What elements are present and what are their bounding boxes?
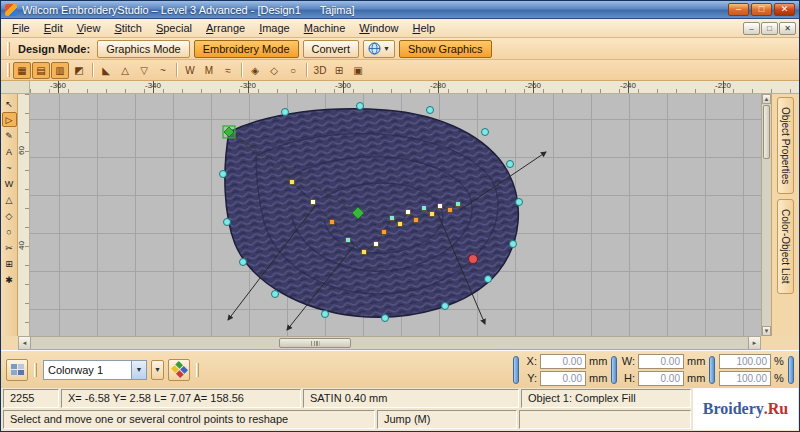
close-button[interactable]: ✕ [774,3,795,16]
height-scale-field[interactable]: 100.00 [719,371,771,386]
diamond-shape-icon[interactable]: ◇ [265,62,283,79]
hoop-toggle-icon[interactable]: ▣ [349,62,367,79]
edge-control-node[interactable] [507,161,514,168]
convert-button[interactable]: Convert [303,40,360,58]
toolbar-grip[interactable] [7,42,10,56]
reshape-node[interactable] [448,208,453,213]
view-3d-icon[interactable]: 3D [311,62,329,79]
toolbar-grip[interactable] [196,363,199,377]
select-object-tool[interactable]: ↖ [2,96,17,111]
tatami-fill-icon[interactable]: ▤ [32,62,50,79]
run-tool[interactable]: ~ [2,160,17,175]
reshape-node[interactable] [290,180,295,185]
minimize-button[interactable]: – [728,3,749,16]
input-b-icon[interactable]: ▽ [135,62,153,79]
fusion-fill-icon[interactable]: ◣ [97,62,115,79]
tab-color-object-list[interactable]: Color-Object List [777,199,794,293]
reshape-node[interactable] [406,210,411,215]
triangle-tool[interactable]: △ [2,192,17,207]
chevron-down-icon[interactable]: ▼ [131,361,146,379]
menu-edit[interactable]: Edit [37,20,70,36]
reshape-node[interactable] [362,250,367,255]
graphics-mode-button[interactable]: Graphics Mode [97,40,190,58]
width-field[interactable]: 0.00 [638,354,684,369]
tab-object-properties[interactable]: Object Properties [777,97,794,194]
hoop-globe-button[interactable]: ▼ [363,40,395,58]
colorway-menu-button[interactable]: ▼ [151,360,164,380]
backstitch-icon[interactable]: ≈ [219,62,237,79]
lettering-tool[interactable]: A [2,144,17,159]
menu-special[interactable]: Special [149,20,199,36]
reshape-node[interactable] [438,204,443,209]
width-scale-field[interactable]: 100.00 [719,354,771,369]
digitize-pen-tool[interactable]: ✎ [2,128,17,143]
zigzag-tool[interactable]: W [2,176,17,191]
input-a-icon[interactable]: △ [116,62,134,79]
reshape-node[interactable] [430,212,435,217]
edge-control-node[interactable] [510,241,517,248]
property-strip-scroll-left[interactable] [513,356,519,384]
polyline-digitize-icon[interactable]: ▦ [13,62,31,79]
edge-control-node[interactable] [482,129,489,136]
star-shape-icon[interactable]: ◈ [246,62,264,79]
show-graphics-button[interactable]: Show Graphics [399,40,492,58]
edge-control-node[interactable] [427,107,434,114]
mdi-close-button[interactable]: ✕ [779,22,796,35]
colorway-select[interactable]: Colorway 1 ▼ [43,360,147,380]
satin-fill-icon[interactable]: ▥ [51,62,69,79]
reshape-node[interactable] [414,218,419,223]
toolbar-grip[interactable] [7,63,10,77]
reshape-node[interactable] [374,242,379,247]
scroll-down-icon[interactable]: ▼ [762,326,771,336]
property-strip-scroll-right[interactable] [788,356,794,384]
colorway-editor-button[interactable] [6,359,28,381]
zigzag-stitch-icon[interactable]: W [181,62,199,79]
reshape-object-tool[interactable]: ▷ [2,112,17,127]
mdi-restore-button[interactable]: □ [761,22,778,35]
thread-colors-button[interactable] [168,359,190,381]
reshape-node[interactable] [346,238,351,243]
horizontal-scrollbar[interactable]: ◄ ► [18,336,761,350]
menu-help[interactable]: Help [405,20,442,36]
mirror-tool[interactable]: ✱ [2,272,17,287]
grid-tool[interactable]: ⊞ [2,256,17,271]
horizontal-scroll-thumb[interactable] [279,338,351,348]
reshape-node[interactable] [398,222,403,227]
diamond-tool[interactable]: ◇ [2,208,17,223]
menu-arrange[interactable]: Arrange [199,20,252,36]
menu-window[interactable]: Window [352,20,405,36]
edge-control-node[interactable] [272,291,279,298]
scroll-right-icon[interactable]: ► [748,337,760,349]
vertical-scroll-thumb[interactable] [763,105,770,159]
menu-image[interactable]: Image [252,20,297,36]
toolbar-grip[interactable] [34,363,37,377]
menu-view[interactable]: View [70,20,108,36]
menu-machine[interactable]: Machine [297,20,353,36]
x-position-field[interactable]: 0.00 [540,354,586,369]
menu-stitch[interactable]: Stitch [107,20,149,36]
reshape-node[interactable] [382,230,387,235]
edge-control-node[interactable] [516,199,523,206]
vertical-scrollbar[interactable]: ▲ ▼ [761,94,771,336]
exit-point-marker[interactable] [469,255,478,264]
embroidery-mode-button[interactable]: Embroidery Mode [194,40,299,58]
reshape-node[interactable] [311,200,316,205]
edge-control-node[interactable] [220,171,227,178]
y-position-field[interactable]: 0.00 [540,371,586,386]
edge-control-node[interactable] [282,109,289,116]
edge-control-node[interactable] [224,219,231,226]
motif-fill-icon[interactable]: ◩ [70,62,88,79]
reshape-node[interactable] [390,216,395,221]
scissors-tool[interactable]: ✂ [2,240,17,255]
edge-control-node[interactable] [357,103,364,110]
embroidery-object[interactable] [225,109,518,317]
reshape-node[interactable] [456,202,461,207]
design-canvas[interactable] [30,94,761,336]
maximize-button[interactable]: □ [751,3,772,16]
run-stitch-icon[interactable]: ~ [154,62,172,79]
mdi-minimize-button[interactable]: – [743,22,760,35]
reshape-node[interactable] [422,206,427,211]
grid-toggle-icon[interactable]: ⊞ [330,62,348,79]
edge-control-node[interactable] [382,315,389,322]
ellipse-shape-icon[interactable]: ○ [284,62,302,79]
